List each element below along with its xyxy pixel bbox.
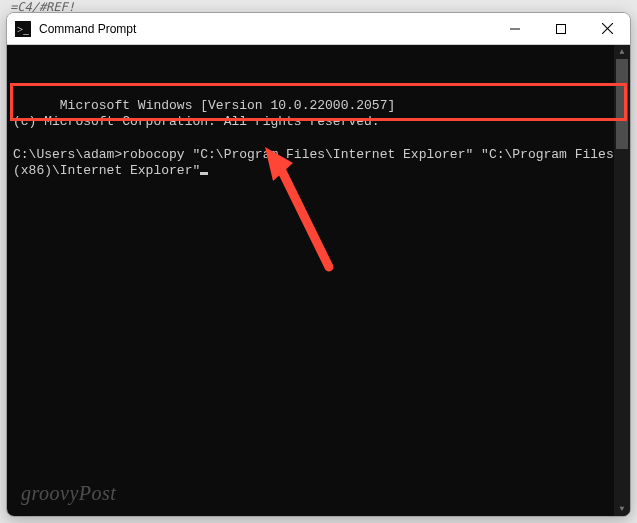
maximize-button[interactable] [538, 13, 584, 44]
scroll-up-icon[interactable]: ▲ [614, 45, 630, 59]
terminal-line: (c) Microsoft Corporation. All rights re… [13, 114, 380, 129]
vertical-scrollbar[interactable]: ▲ ▼ [614, 45, 630, 516]
watermark-text: groovyPost [21, 481, 116, 506]
command-prompt-window: >_ Command Prompt Microsoft Windows [Ver… [6, 12, 631, 517]
window-title: Command Prompt [39, 22, 492, 36]
svg-rect-3 [557, 24, 566, 33]
titlebar[interactable]: >_ Command Prompt [7, 13, 630, 45]
cmd-icon: >_ [15, 21, 31, 37]
svg-text:>_: >_ [17, 23, 29, 35]
terminal-area[interactable]: Microsoft Windows [Version 10.0.22000.20… [7, 45, 630, 516]
window-controls [492, 13, 630, 44]
cursor-icon [200, 172, 208, 175]
minimize-button[interactable] [492, 13, 538, 44]
scrollbar-thumb[interactable] [616, 59, 628, 149]
terminal-prompt: C:\Users\adam> [13, 147, 122, 162]
close-button[interactable] [584, 13, 630, 44]
scroll-down-icon[interactable]: ▼ [614, 502, 630, 516]
terminal-line: Microsoft Windows [Version 10.0.22000.20… [60, 98, 395, 113]
